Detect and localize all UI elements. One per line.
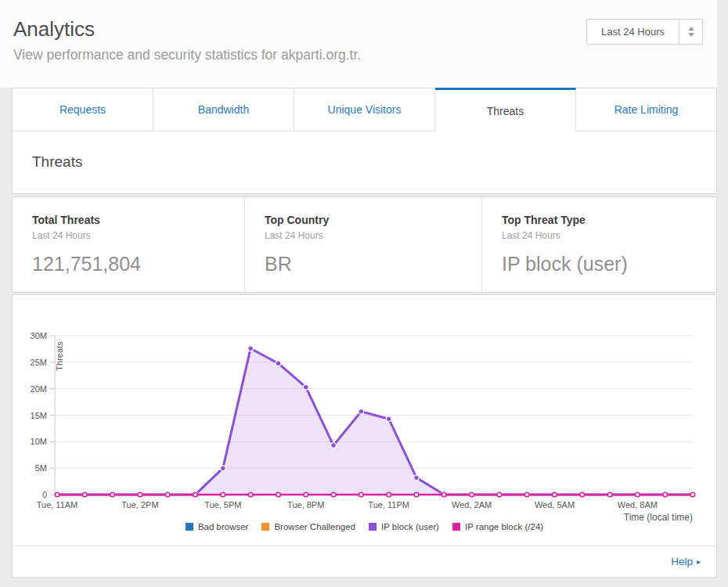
svg-text:Tue, 2PM: Tue, 2PM <box>121 500 158 510</box>
legend-label: Bad browser <box>198 522 249 531</box>
legend-swatch-icon <box>452 523 460 531</box>
page-title: Analytics <box>13 17 95 41</box>
stat-title: Total Threats <box>32 214 244 226</box>
tab-requests[interactable]: Requests <box>13 88 153 131</box>
svg-text:Wed, 5AM: Wed, 5AM <box>535 500 575 510</box>
svg-text:Wed, 8AM: Wed, 8AM <box>618 500 658 510</box>
tab-unique-visitors[interactable]: Unique Visitors <box>294 88 435 131</box>
stat-period: Last 24 Hours <box>32 230 244 241</box>
tab-rate-limiting[interactable]: Rate Limiting <box>576 88 716 131</box>
svg-text:Tue, 8PM: Tue, 8PM <box>287 500 324 510</box>
stat-value: BR <box>265 253 481 275</box>
chart-legend: Bad browserBrowser ChallengedIP block (u… <box>13 522 716 531</box>
time-range-select[interactable]: Last 24 Hours <box>586 19 703 45</box>
svg-text:5M: 5M <box>35 463 47 473</box>
analytics-content: Requests Bandwidth Unique Visitors Threa… <box>12 88 717 578</box>
tab-label: Requests <box>59 103 106 116</box>
svg-text:0: 0 <box>42 490 47 499</box>
svg-text:20M: 20M <box>31 384 47 394</box>
legend-item[interactable]: IP block (user) <box>369 522 439 531</box>
tab-label: Unique Visitors <box>328 103 402 116</box>
chart-area: 05M10M15M20M25M30MThreatsTue, 11AMTue, 2… <box>13 295 716 546</box>
stats-row: Total Threats Last 24 Hours 121,751,804 … <box>12 196 717 293</box>
stepper-icon[interactable] <box>679 20 702 44</box>
stat-period: Last 24 Hours <box>502 230 716 241</box>
svg-text:Threats: Threats <box>55 341 64 371</box>
panel-footer: Help ▸ <box>13 546 716 577</box>
svg-text:25M: 25M <box>31 358 47 367</box>
svg-text:10M: 10M <box>31 437 47 446</box>
chevron-up-icon <box>688 27 694 31</box>
tab-label: Threats <box>487 105 524 117</box>
threats-chart: 05M10M15M20M25M30MThreatsTue, 11AMTue, 2… <box>13 295 716 546</box>
tab-bandwidth[interactable]: Bandwidth <box>153 88 294 131</box>
help-label: Help <box>671 556 693 567</box>
legend-label: IP range block (/24) <box>465 522 543 531</box>
stat-total-threats: Total Threats Last 24 Hours 121,751,804 <box>13 197 245 292</box>
chart-panel: 05M10M15M20M25M30MThreatsTue, 11AMTue, 2… <box>12 294 717 578</box>
page-header: Analytics View performance and security … <box>0 0 717 88</box>
legend-item[interactable]: Bad browser <box>186 522 249 531</box>
chevron-down-icon <box>688 33 694 37</box>
stat-title: Top Country <box>265 214 481 226</box>
stat-period: Last 24 Hours <box>265 230 481 241</box>
tab-label: Rate Limiting <box>614 103 679 116</box>
svg-text:30M: 30M <box>31 331 47 340</box>
svg-text:Tue, 5PM: Tue, 5PM <box>204 500 241 510</box>
page-subtitle: View performance and security statistics… <box>13 47 361 63</box>
legend-swatch-icon <box>261 523 269 531</box>
help-arrow-icon: ▸ <box>697 557 701 566</box>
legend-item[interactable]: IP range block (/24) <box>452 522 543 531</box>
x-axis-title: Time (local time) <box>624 512 693 523</box>
legend-swatch-icon <box>186 523 193 531</box>
legend-label: Browser Challenged <box>274 522 355 531</box>
stat-title: Top Threat Type <box>502 214 716 226</box>
svg-text:Tue, 11AM: Tue, 11AM <box>37 500 78 510</box>
stat-top-threat-type: Top Threat Type Last 24 Hours IP block (… <box>482 197 716 292</box>
time-range-value: Last 24 Hours <box>587 20 679 44</box>
tab-bar: Requests Bandwidth Unique Visitors Threa… <box>13 88 716 131</box>
stat-value: IP block (user) <box>502 253 716 275</box>
tab-threats[interactable]: Threats <box>435 88 576 131</box>
svg-text:Wed, 2AM: Wed, 2AM <box>452 500 492 510</box>
legend-label: IP block (user) <box>381 522 439 531</box>
section-title: Threats <box>13 131 716 193</box>
svg-text:15M: 15M <box>31 411 47 420</box>
tab-label: Bandwidth <box>198 103 249 116</box>
svg-text:Tue, 11PM: Tue, 11PM <box>368 500 409 510</box>
threats-panel: Requests Bandwidth Unique Visitors Threa… <box>12 88 717 194</box>
legend-swatch-icon <box>369 523 377 531</box>
legend-item[interactable]: Browser Challenged <box>261 522 355 531</box>
stat-value: 121,751,804 <box>32 253 244 275</box>
stat-top-country: Top Country Last 24 Hours BR <box>245 197 482 292</box>
help-link[interactable]: Help ▸ <box>671 556 701 567</box>
